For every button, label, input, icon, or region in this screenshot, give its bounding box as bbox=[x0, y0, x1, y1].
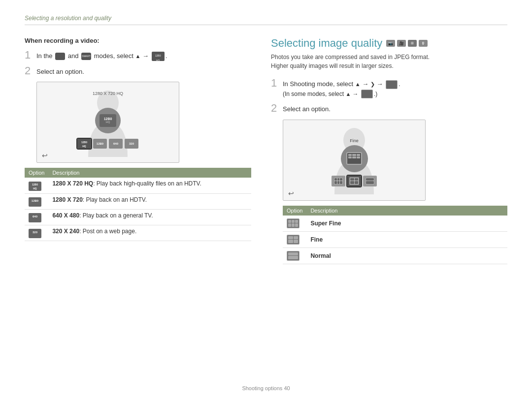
left-column: When recording a video: 1 In the and SMA… bbox=[25, 37, 251, 264]
right-step-2-text: Select an option. bbox=[283, 102, 331, 114]
res-icon-1280[interactable]: 12B0 bbox=[93, 139, 107, 149]
quality-screen-mockup: Fine bbox=[283, 120, 426, 201]
when-recording-label: When recording a video: bbox=[25, 37, 251, 44]
section-title: Selecting image quality 📷 🎥 ⊞ 🎙 bbox=[271, 37, 507, 50]
table-row: 12B0HQ 1280 X 720 HQ: Play back high-qua… bbox=[25, 178, 251, 194]
desc-cell: 640 X 480: Play back on a general TV. bbox=[48, 210, 251, 225]
table-row: 12B0 1280 X 720: Play back on an HDTV. bbox=[25, 194, 251, 210]
quality-desc-sf: Super Fine bbox=[306, 216, 507, 232]
quality-back-icon[interactable]: ↩ bbox=[288, 189, 294, 197]
quality-icon-n bbox=[287, 251, 299, 261]
left-step-1: 1 In the and SMART modes, select ▲ → 12B… bbox=[25, 49, 251, 61]
right-step-1: 1 In Shooting mode, select ▲ → ❯ → . (In… bbox=[271, 77, 507, 98]
table-icon-1280: 12B0 bbox=[29, 197, 41, 207]
table-row: 320 320 X 240: Post on a web page. bbox=[25, 225, 251, 241]
table-icon-640: 640 bbox=[29, 213, 41, 222]
section-title-text: Selecting image quality bbox=[271, 37, 382, 50]
icon-cell: 12B0HQ bbox=[25, 178, 48, 194]
desc-cell: 1280 X 720 HQ: Play back high-quality fi… bbox=[48, 178, 251, 194]
table-icon-320: 320 bbox=[29, 229, 41, 238]
table-row: Fine bbox=[283, 231, 507, 247]
table-header-option: Option bbox=[25, 168, 48, 178]
table-row: Super Fine bbox=[283, 216, 507, 232]
icon-cell: 320 bbox=[25, 225, 48, 241]
table-icon-1280hq: 12B0HQ bbox=[29, 182, 41, 191]
res-icon-1280hq[interactable]: 12B0HQ bbox=[77, 139, 91, 149]
two-column-layout: When recording a video: 1 In the and SMA… bbox=[25, 37, 507, 264]
icon-cell: 12B0 bbox=[25, 194, 48, 210]
table-row: 640 640 X 480: Play back on a general TV… bbox=[25, 210, 251, 225]
desc-line1: Photos you take are compressed and saved… bbox=[271, 54, 430, 61]
res-icon-640[interactable]: 640 bbox=[109, 139, 123, 149]
q-icon-normal[interactable] bbox=[363, 176, 377, 186]
right-column: Selecting image quality 📷 🎥 ⊞ 🎙 Photos y… bbox=[271, 37, 507, 264]
q-icon-cell-n bbox=[283, 247, 306, 264]
q-icon-cell-sf bbox=[283, 216, 306, 232]
res-icon-320[interactable]: 320 bbox=[125, 139, 138, 149]
video-icon: 🎥 bbox=[397, 40, 406, 47]
left-step-2-text: Select an option. bbox=[36, 65, 84, 77]
breadcrumb: Selecting a resolution and quality bbox=[25, 15, 507, 22]
quality-desc-n: Normal bbox=[306, 247, 507, 264]
right-step-2-num: 2 bbox=[271, 102, 280, 114]
table-header-description: Description bbox=[48, 168, 251, 178]
left-step-2: 2 Select an option. bbox=[25, 65, 251, 77]
big-icon-line1: 12B0 bbox=[104, 117, 112, 121]
fine-icon-circle bbox=[341, 145, 368, 172]
desc-cell: 320 X 240: Post on a web page. bbox=[48, 225, 251, 241]
left-step-1-num: 1 bbox=[25, 49, 33, 61]
fine-icon-grid bbox=[348, 154, 360, 158]
q-icon-superfine[interactable] bbox=[332, 176, 345, 186]
quality-table-header-desc: Description bbox=[306, 206, 507, 216]
video-options-table: Option Description 12B0HQ 1280 X 720 HQ:… bbox=[25, 168, 251, 241]
quality-icon-f bbox=[287, 235, 299, 245]
desc-line2: Higher quality images will result in lar… bbox=[271, 62, 394, 69]
burst-icon: ⊞ bbox=[408, 40, 417, 47]
big-icon-line2: HQ bbox=[106, 121, 110, 123]
back-icon[interactable]: ↩ bbox=[42, 152, 48, 159]
icon-cell: 640 bbox=[25, 210, 48, 225]
right-step-1-num: 1 bbox=[271, 77, 280, 89]
camera-icon: 📷 bbox=[386, 40, 395, 47]
video-screen-mockup: 1280 X 720 HQ 12B0 HQ 12B0HQ 12B0 640 32… bbox=[36, 82, 179, 163]
quality-icons-row bbox=[332, 176, 377, 186]
q-icon-fine[interactable] bbox=[347, 176, 361, 186]
table-row: Normal bbox=[283, 247, 507, 264]
resolution-icons-row: 12B0HQ 12B0 640 320 bbox=[77, 139, 138, 149]
page-footer: Shooting options 40 bbox=[25, 385, 507, 391]
big-res-icon: 12B0 HQ bbox=[95, 108, 121, 133]
page-container: Selecting a resolution and quality When … bbox=[0, 0, 532, 401]
resolution-label: 1280 X 720 HQ bbox=[93, 91, 123, 96]
left-step-2-num: 2 bbox=[25, 65, 33, 77]
fine-label: Fine bbox=[350, 138, 359, 143]
quality-desc-f: Fine bbox=[306, 231, 507, 247]
q-icon-cell-f bbox=[283, 231, 306, 247]
title-icons: 📷 🎥 ⊞ 🎙 bbox=[386, 40, 428, 47]
quality-table-header-option: Option bbox=[283, 206, 306, 216]
quality-options-table: Option Description bbox=[283, 206, 507, 264]
right-step-1-text: In Shooting mode, select ▲ → ❯ → . (In s… bbox=[283, 77, 400, 98]
mic-icon: 🎙 bbox=[419, 40, 428, 47]
big-res-icon-inner: 12B0 HQ bbox=[100, 114, 116, 127]
fine-circle-container: Fine bbox=[341, 138, 368, 177]
quality-icon-sf bbox=[287, 218, 299, 228]
right-step-2: 2 Select an option. bbox=[271, 102, 507, 114]
desc-cell: 1280 X 720: Play back on an HDTV. bbox=[48, 194, 251, 210]
left-step-1-text: In the and SMART modes, select ▲ → 12B0H… bbox=[36, 49, 167, 61]
top-divider bbox=[25, 25, 507, 25]
fine-icon-inner bbox=[346, 152, 362, 165]
section-desc: Photos you take are compressed and saved… bbox=[271, 53, 507, 70]
